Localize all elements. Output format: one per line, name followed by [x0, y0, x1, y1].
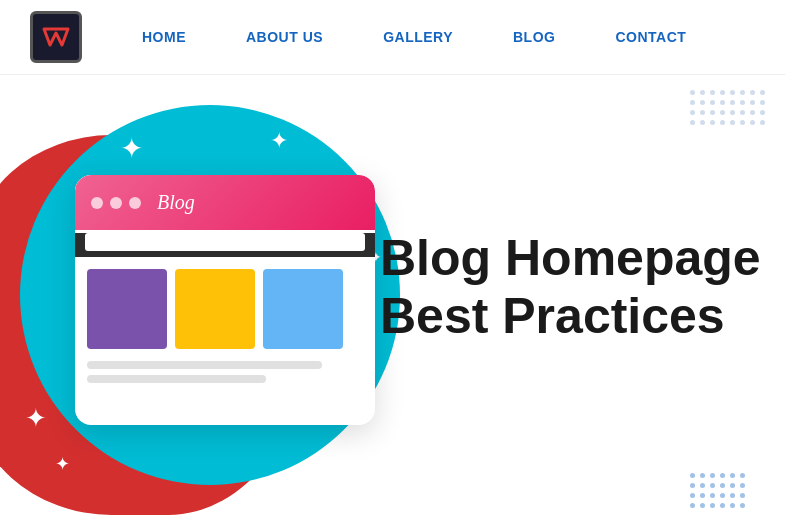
sparkle-icon-1: ✦ — [120, 135, 143, 163]
navbar: HOME ABOUT US GALLERY BLOG CONTACT — [0, 0, 785, 75]
dot — [730, 483, 735, 488]
dot — [730, 120, 735, 125]
text-line-2 — [87, 375, 266, 383]
window-dot-1 — [91, 197, 103, 209]
nav-item-gallery[interactable]: GALLERY — [383, 28, 453, 46]
card-yellow — [175, 269, 255, 349]
dot — [730, 473, 735, 478]
dot — [750, 100, 755, 105]
dot — [710, 503, 715, 508]
hero-heading: Blog Homepage Best Practices — [380, 230, 761, 345]
dot — [760, 100, 765, 105]
dot — [740, 120, 745, 125]
nav-item-home[interactable]: HOME — [142, 28, 186, 46]
dot — [760, 120, 765, 125]
hero-title: Blog Homepage Best Practices — [380, 230, 761, 345]
dot — [720, 473, 725, 478]
dot — [720, 90, 725, 95]
dot — [700, 503, 705, 508]
sparkle-icon-2: ✦ — [270, 130, 288, 152]
dot — [690, 503, 695, 508]
dot — [740, 483, 745, 488]
dot — [730, 503, 735, 508]
dot — [710, 120, 715, 125]
card-purple — [87, 269, 167, 349]
dot-grid-bottom-right — [690, 473, 745, 508]
dot — [690, 473, 695, 478]
window-search-bar — [85, 233, 365, 251]
dot — [690, 90, 695, 95]
dot — [740, 473, 745, 478]
dot — [710, 493, 715, 498]
hero-title-line2: Best Practices — [380, 288, 725, 344]
dot — [710, 90, 715, 95]
nav-item-about[interactable]: ABOUT US — [246, 28, 323, 46]
nav-links: HOME ABOUT US GALLERY BLOG CONTACT — [142, 28, 686, 46]
dot — [700, 120, 705, 125]
dot — [740, 110, 745, 115]
dot — [690, 493, 695, 498]
dot — [700, 100, 705, 105]
dot — [740, 100, 745, 105]
dot — [720, 110, 725, 115]
dot — [750, 90, 755, 95]
dot — [710, 483, 715, 488]
dot — [740, 90, 745, 95]
dot — [690, 100, 695, 105]
dot — [760, 90, 765, 95]
logo[interactable] — [30, 11, 82, 63]
window-toolbar — [75, 233, 375, 257]
dot — [730, 90, 735, 95]
dot — [730, 493, 735, 498]
blog-window-illustration: Blog — [75, 175, 375, 425]
dot — [720, 120, 725, 125]
dot — [700, 483, 705, 488]
dot — [710, 100, 715, 105]
dot — [690, 110, 695, 115]
hero-section: ✦ ✦ ✦ ✦ ✦ ✦ ✦ Blog — [0, 75, 785, 518]
card-blue — [263, 269, 343, 349]
window-titlebar: Blog — [75, 175, 375, 230]
dot — [750, 120, 755, 125]
dot — [740, 503, 745, 508]
dot — [720, 100, 725, 105]
window-dot-3 — [129, 197, 141, 209]
dot — [730, 110, 735, 115]
dot — [710, 110, 715, 115]
text-line-1 — [87, 361, 322, 369]
content-cards — [87, 269, 363, 349]
dot — [710, 473, 715, 478]
sparkle-icon-5: ✦ — [25, 405, 47, 431]
dot — [690, 483, 695, 488]
window-dot-2 — [110, 197, 122, 209]
window-title-text: Blog — [157, 191, 195, 214]
dot — [760, 110, 765, 115]
nav-item-blog[interactable]: BLOG — [513, 28, 555, 46]
dot — [700, 493, 705, 498]
nav-item-contact[interactable]: CONTACT — [615, 28, 686, 46]
dot — [730, 100, 735, 105]
dot — [720, 493, 725, 498]
dot-grid-top-right — [690, 90, 765, 125]
svg-rect-0 — [40, 21, 72, 53]
window-content — [75, 257, 375, 395]
text-lines — [87, 361, 363, 383]
sparkle-icon-6: ✦ — [55, 455, 70, 473]
dot — [700, 110, 705, 115]
dot — [750, 110, 755, 115]
dot — [740, 493, 745, 498]
dot — [700, 90, 705, 95]
window-dots — [91, 197, 141, 209]
dot — [690, 120, 695, 125]
dot — [720, 483, 725, 488]
dot — [700, 473, 705, 478]
hero-title-line1: Blog Homepage — [380, 230, 761, 286]
dot — [720, 503, 725, 508]
